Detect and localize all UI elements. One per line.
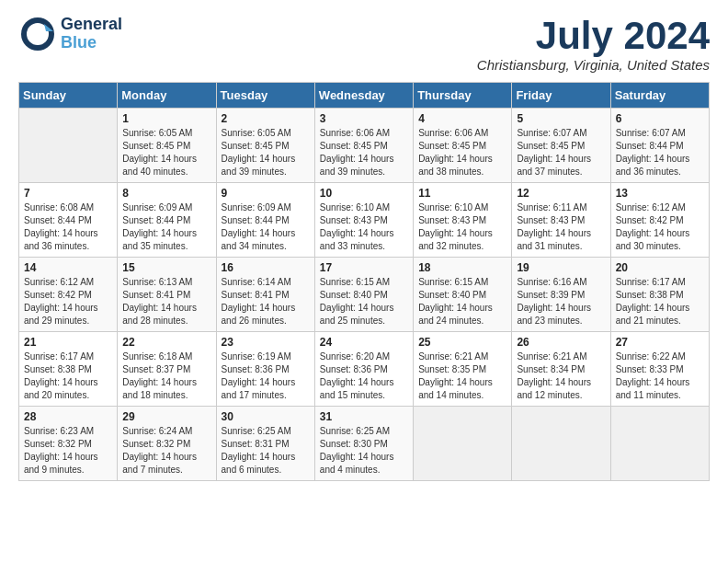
logo: General Blue [18,15,122,53]
day-info: Sunrise: 6:15 AMSunset: 8:40 PMDaylight:… [418,276,506,327]
day-number: 3 [320,112,408,125]
day-info: Sunrise: 6:07 AMSunset: 8:45 PMDaylight:… [517,127,605,178]
day-info: Sunrise: 6:14 AMSunset: 8:41 PMDaylight:… [222,276,310,327]
day-number: 11 [418,187,506,200]
day-number: 28 [24,410,112,423]
location: Christiansburg, Virginia, United States [477,57,710,73]
day-number: 4 [418,112,506,125]
day-info: Sunrise: 6:25 AMSunset: 8:31 PMDaylight:… [222,425,310,477]
page-header: General Blue July 2024 Christiansburg, V… [18,15,710,73]
day-number: 8 [122,187,210,200]
calendar-cell: 27Sunrise: 6:22 AMSunset: 8:33 PMDayligh… [610,332,709,407]
day-number: 17 [320,261,408,274]
day-header-sunday: Sunday [19,83,118,109]
day-number: 30 [222,410,310,423]
logo-general: General [61,16,122,34]
calendar-cell [512,407,610,481]
day-info: Sunrise: 6:16 AMSunset: 8:39 PMDaylight:… [517,276,605,327]
calendar-cell: 30Sunrise: 6:25 AMSunset: 8:31 PMDayligh… [216,407,314,481]
calendar-cell: 21Sunrise: 6:17 AMSunset: 8:38 PMDayligh… [19,332,118,407]
calendar-cell: 29Sunrise: 6:24 AMSunset: 8:32 PMDayligh… [118,407,216,481]
day-info: Sunrise: 6:23 AMSunset: 8:32 PMDaylight:… [24,425,112,477]
day-number: 23 [222,336,310,349]
day-info: Sunrise: 6:11 AMSunset: 8:43 PMDaylight:… [517,201,605,253]
day-number: 12 [517,187,605,200]
day-header-thursday: Thursday [414,83,512,109]
day-info: Sunrise: 6:07 AMSunset: 8:44 PMDaylight:… [616,127,704,178]
day-info: Sunrise: 6:17 AMSunset: 8:38 PMDaylight:… [24,350,112,402]
calendar-cell [610,407,709,481]
day-number: 21 [24,336,112,349]
day-number: 29 [122,410,210,423]
day-info: Sunrise: 6:17 AMSunset: 8:38 PMDaylight:… [616,276,704,327]
day-info: Sunrise: 6:19 AMSunset: 8:36 PMDaylight:… [222,350,310,402]
day-number: 16 [222,261,310,274]
day-number: 9 [222,187,310,200]
calendar-cell: 5Sunrise: 6:07 AMSunset: 8:45 PMDaylight… [512,109,610,183]
logo-blue: Blue [61,34,122,52]
calendar-week-row: 28Sunrise: 6:23 AMSunset: 8:32 PMDayligh… [19,407,710,481]
calendar-cell: 18Sunrise: 6:15 AMSunset: 8:40 PMDayligh… [414,258,512,332]
calendar-cell [19,109,118,183]
day-number: 14 [24,261,112,274]
day-info: Sunrise: 6:24 AMSunset: 8:32 PMDaylight:… [122,425,210,477]
day-info: Sunrise: 6:06 AMSunset: 8:45 PMDaylight:… [320,127,408,178]
day-info: Sunrise: 6:21 AMSunset: 8:34 PMDaylight:… [517,350,605,402]
day-info: Sunrise: 6:08 AMSunset: 8:44 PMDaylight:… [24,201,112,253]
calendar-week-row: 21Sunrise: 6:17 AMSunset: 8:38 PMDayligh… [19,332,710,407]
calendar-cell: 11Sunrise: 6:10 AMSunset: 8:43 PMDayligh… [414,183,512,258]
day-info: Sunrise: 6:15 AMSunset: 8:40 PMDaylight:… [320,276,408,327]
day-number: 1 [122,112,210,125]
calendar-cell: 19Sunrise: 6:16 AMSunset: 8:39 PMDayligh… [512,258,610,332]
calendar-cell: 20Sunrise: 6:17 AMSunset: 8:38 PMDayligh… [610,258,709,332]
calendar-cell: 1Sunrise: 6:05 AMSunset: 8:45 PMDaylight… [118,109,216,183]
day-number: 27 [616,336,704,349]
day-number: 31 [320,410,408,423]
day-header-saturday: Saturday [610,83,709,109]
day-number: 2 [222,112,310,125]
day-info: Sunrise: 6:05 AMSunset: 8:45 PMDaylight:… [222,127,310,178]
calendar-cell: 12Sunrise: 6:11 AMSunset: 8:43 PMDayligh… [512,183,610,258]
calendar-cell: 25Sunrise: 6:21 AMSunset: 8:35 PMDayligh… [414,332,512,407]
day-info: Sunrise: 6:10 AMSunset: 8:43 PMDaylight:… [418,201,506,253]
day-number: 20 [616,261,704,274]
calendar-cell: 3Sunrise: 6:06 AMSunset: 8:45 PMDaylight… [314,109,413,183]
calendar-week-row: 1Sunrise: 6:05 AMSunset: 8:45 PMDaylight… [19,109,710,183]
day-number: 26 [517,336,605,349]
calendar-body: 1Sunrise: 6:05 AMSunset: 8:45 PMDaylight… [19,109,710,481]
calendar-cell: 14Sunrise: 6:12 AMSunset: 8:42 PMDayligh… [19,258,118,332]
day-number: 22 [122,336,210,349]
day-info: Sunrise: 6:18 AMSunset: 8:37 PMDaylight:… [122,350,210,402]
day-number: 19 [517,261,605,274]
calendar-cell: 23Sunrise: 6:19 AMSunset: 8:36 PMDayligh… [216,332,314,407]
day-info: Sunrise: 6:10 AMSunset: 8:43 PMDaylight:… [320,201,408,253]
title-area: July 2024 Christiansburg, Virginia, Unit… [477,15,710,73]
day-number: 13 [616,187,704,200]
day-info: Sunrise: 6:09 AMSunset: 8:44 PMDaylight:… [222,201,310,253]
calendar-cell: 16Sunrise: 6:14 AMSunset: 8:41 PMDayligh… [216,258,314,332]
day-number: 24 [320,336,408,349]
day-info: Sunrise: 6:05 AMSunset: 8:45 PMDaylight:… [122,127,210,178]
calendar-cell: 24Sunrise: 6:20 AMSunset: 8:36 PMDayligh… [314,332,413,407]
month-title: July 2024 [477,15,710,57]
day-header-friday: Friday [512,83,610,109]
day-number: 5 [517,112,605,125]
calendar-cell: 10Sunrise: 6:10 AMSunset: 8:43 PMDayligh… [314,183,413,258]
calendar-cell [414,407,512,481]
calendar-cell: 6Sunrise: 6:07 AMSunset: 8:44 PMDaylight… [610,109,709,183]
day-number: 25 [418,336,506,349]
day-info: Sunrise: 6:12 AMSunset: 8:42 PMDaylight:… [24,276,112,327]
day-info: Sunrise: 6:06 AMSunset: 8:45 PMDaylight:… [418,127,506,178]
day-header-tuesday: Tuesday [216,83,314,109]
calendar-cell: 28Sunrise: 6:23 AMSunset: 8:32 PMDayligh… [19,407,118,481]
calendar-cell: 13Sunrise: 6:12 AMSunset: 8:42 PMDayligh… [610,183,709,258]
calendar-cell: 26Sunrise: 6:21 AMSunset: 8:34 PMDayligh… [512,332,610,407]
calendar-week-row: 7Sunrise: 6:08 AMSunset: 8:44 PMDaylight… [19,183,710,258]
calendar-cell: 17Sunrise: 6:15 AMSunset: 8:40 PMDayligh… [314,258,413,332]
calendar-cell: 22Sunrise: 6:18 AMSunset: 8:37 PMDayligh… [118,332,216,407]
calendar-header-row: SundayMondayTuesdayWednesdayThursdayFrid… [19,83,710,109]
day-info: Sunrise: 6:09 AMSunset: 8:44 PMDaylight:… [122,201,210,253]
day-info: Sunrise: 6:22 AMSunset: 8:33 PMDaylight:… [616,350,704,402]
calendar-table: SundayMondayTuesdayWednesdayThursdayFrid… [18,82,710,481]
day-info: Sunrise: 6:25 AMSunset: 8:30 PMDaylight:… [320,425,408,477]
